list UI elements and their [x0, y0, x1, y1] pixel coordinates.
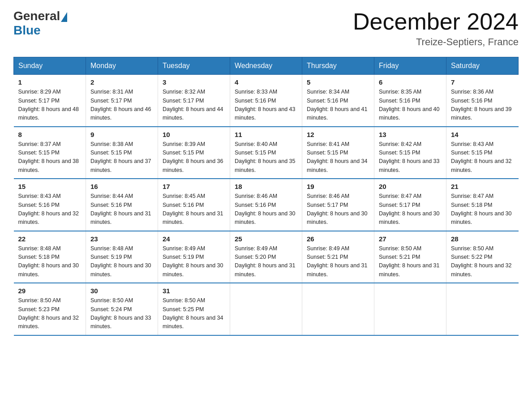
day-cell: 6Sunrise: 8:35 AMSunset: 5:16 PMDaylight…: [374, 75, 446, 127]
header-thursday: Thursday: [302, 57, 374, 75]
day-info: Sunrise: 8:43 AMSunset: 5:16 PMDaylight:…: [18, 192, 82, 227]
day-info: Sunrise: 8:32 AMSunset: 5:17 PMDaylight:…: [163, 88, 225, 123]
day-info: Sunrise: 8:42 AMSunset: 5:15 PMDaylight:…: [379, 140, 442, 175]
header-wednesday: Wednesday: [230, 57, 302, 75]
day-cell: 13Sunrise: 8:42 AMSunset: 5:15 PMDayligh…: [374, 127, 446, 179]
day-cell: 11Sunrise: 8:40 AMSunset: 5:15 PMDayligh…: [230, 127, 302, 179]
day-number: 24: [163, 235, 225, 243]
day-info: Sunrise: 8:47 AMSunset: 5:17 PMDaylight:…: [379, 192, 442, 227]
day-number: 5: [307, 78, 369, 86]
day-cell: 10Sunrise: 8:39 AMSunset: 5:15 PMDayligh…: [158, 127, 230, 179]
day-number: 28: [451, 235, 514, 243]
day-cell: 18Sunrise: 8:46 AMSunset: 5:16 PMDayligh…: [230, 179, 302, 231]
day-cell: 19Sunrise: 8:46 AMSunset: 5:17 PMDayligh…: [302, 179, 374, 231]
location-text: Treize-Septiers, France: [353, 36, 519, 48]
header-monday: Monday: [86, 57, 158, 75]
day-cell: 27Sunrise: 8:50 AMSunset: 5:21 PMDayligh…: [374, 231, 446, 283]
day-cell: 16Sunrise: 8:44 AMSunset: 5:16 PMDayligh…: [86, 179, 158, 231]
day-number: 2: [90, 78, 153, 86]
day-number: 21: [451, 183, 514, 190]
day-cell: 26Sunrise: 8:49 AMSunset: 5:21 PMDayligh…: [302, 231, 374, 283]
day-number: 14: [451, 131, 514, 138]
day-cell: [302, 283, 374, 335]
day-cell: 23Sunrise: 8:48 AMSunset: 5:19 PMDayligh…: [86, 231, 158, 283]
day-info: Sunrise: 8:35 AMSunset: 5:16 PMDaylight:…: [379, 88, 442, 123]
day-cell: 25Sunrise: 8:49 AMSunset: 5:20 PMDayligh…: [230, 231, 302, 283]
day-cell: [374, 283, 446, 335]
day-info: Sunrise: 8:38 AMSunset: 5:15 PMDaylight:…: [90, 140, 153, 175]
day-number: 4: [235, 78, 297, 86]
day-number: 3: [163, 78, 225, 86]
day-number: 29: [18, 287, 82, 295]
day-number: 10: [163, 131, 225, 138]
day-cell: 17Sunrise: 8:45 AMSunset: 5:16 PMDayligh…: [158, 179, 230, 231]
day-number: 7: [451, 78, 514, 86]
header-saturday: Saturday: [446, 57, 519, 75]
week-row-5: 29Sunrise: 8:50 AMSunset: 5:23 PMDayligh…: [14, 283, 519, 335]
day-info: Sunrise: 8:46 AMSunset: 5:17 PMDaylight:…: [307, 192, 369, 227]
day-info: Sunrise: 8:49 AMSunset: 5:20 PMDaylight:…: [235, 244, 297, 279]
day-cell: 7Sunrise: 8:36 AMSunset: 5:16 PMDaylight…: [446, 75, 519, 127]
day-number: 25: [235, 235, 297, 243]
logo-triangle-icon: [61, 12, 67, 22]
day-cell: [446, 283, 519, 335]
logo: General Blue: [13, 9, 68, 38]
day-info: Sunrise: 8:46 AMSunset: 5:16 PMDaylight:…: [235, 192, 297, 227]
day-cell: 15Sunrise: 8:43 AMSunset: 5:16 PMDayligh…: [14, 179, 86, 231]
day-info: Sunrise: 8:49 AMSunset: 5:19 PMDaylight:…: [163, 244, 225, 279]
header-tuesday: Tuesday: [158, 57, 230, 75]
week-row-4: 22Sunrise: 8:48 AMSunset: 5:18 PMDayligh…: [14, 231, 519, 283]
day-number: 17: [163, 183, 225, 190]
day-cell: 4Sunrise: 8:33 AMSunset: 5:16 PMDaylight…: [230, 75, 302, 127]
header-sunday: Sunday: [14, 57, 86, 75]
day-number: 22: [18, 235, 82, 243]
day-number: 6: [379, 78, 442, 86]
day-cell: 12Sunrise: 8:41 AMSunset: 5:15 PMDayligh…: [302, 127, 374, 179]
day-number: 26: [307, 235, 369, 243]
day-info: Sunrise: 8:44 AMSunset: 5:16 PMDaylight:…: [90, 192, 153, 227]
day-number: 27: [379, 235, 442, 243]
day-info: Sunrise: 8:45 AMSunset: 5:16 PMDaylight:…: [163, 192, 225, 227]
day-cell: 28Sunrise: 8:50 AMSunset: 5:22 PMDayligh…: [446, 231, 519, 283]
day-number: 30: [90, 287, 153, 295]
day-cell: 9Sunrise: 8:38 AMSunset: 5:15 PMDaylight…: [86, 127, 158, 179]
day-cell: 31Sunrise: 8:50 AMSunset: 5:25 PMDayligh…: [158, 283, 230, 335]
day-cell: 2Sunrise: 8:31 AMSunset: 5:17 PMDaylight…: [86, 75, 158, 127]
day-info: Sunrise: 8:36 AMSunset: 5:16 PMDaylight:…: [451, 88, 514, 123]
day-cell: 24Sunrise: 8:49 AMSunset: 5:19 PMDayligh…: [158, 231, 230, 283]
day-number: 8: [18, 131, 82, 138]
page-header: General Blue December 2024 Treize-Septie…: [13, 9, 519, 48]
month-title: December 2024: [353, 9, 519, 34]
day-number: 15: [18, 183, 82, 190]
day-info: Sunrise: 8:33 AMSunset: 5:16 PMDaylight:…: [235, 88, 297, 123]
day-cell: 1Sunrise: 8:29 AMSunset: 5:17 PMDaylight…: [14, 75, 86, 127]
day-cell: 21Sunrise: 8:47 AMSunset: 5:18 PMDayligh…: [446, 179, 519, 231]
day-cell: 5Sunrise: 8:34 AMSunset: 5:16 PMDaylight…: [302, 75, 374, 127]
week-row-2: 8Sunrise: 8:37 AMSunset: 5:15 PMDaylight…: [14, 127, 519, 179]
day-cell: 30Sunrise: 8:50 AMSunset: 5:24 PMDayligh…: [86, 283, 158, 335]
header-friday: Friday: [374, 57, 446, 75]
day-info: Sunrise: 8:43 AMSunset: 5:15 PMDaylight:…: [451, 140, 514, 175]
day-number: 16: [90, 183, 153, 190]
day-cell: [230, 283, 302, 335]
day-number: 11: [235, 131, 297, 138]
day-info: Sunrise: 8:31 AMSunset: 5:17 PMDaylight:…: [90, 88, 153, 123]
header-row: SundayMondayTuesdayWednesdayThursdayFrid…: [14, 57, 519, 75]
day-info: Sunrise: 8:41 AMSunset: 5:15 PMDaylight:…: [307, 140, 369, 175]
day-info: Sunrise: 8:39 AMSunset: 5:15 PMDaylight:…: [163, 140, 225, 175]
day-info: Sunrise: 8:34 AMSunset: 5:16 PMDaylight:…: [307, 88, 369, 123]
day-info: Sunrise: 8:50 AMSunset: 5:22 PMDaylight:…: [451, 244, 514, 279]
calendar-table: SundayMondayTuesdayWednesdayThursdayFrid…: [13, 57, 519, 336]
day-number: 31: [163, 287, 225, 295]
day-info: Sunrise: 8:50 AMSunset: 5:23 PMDaylight:…: [18, 296, 82, 331]
logo-general-text: General: [13, 9, 60, 23]
day-info: Sunrise: 8:47 AMSunset: 5:18 PMDaylight:…: [451, 192, 514, 227]
day-number: 9: [90, 131, 153, 138]
week-row-3: 15Sunrise: 8:43 AMSunset: 5:16 PMDayligh…: [14, 179, 519, 231]
day-cell: 14Sunrise: 8:43 AMSunset: 5:15 PMDayligh…: [446, 127, 519, 179]
day-cell: 3Sunrise: 8:32 AMSunset: 5:17 PMDaylight…: [158, 75, 230, 127]
week-row-1: 1Sunrise: 8:29 AMSunset: 5:17 PMDaylight…: [14, 75, 519, 127]
logo-blue-text: Blue: [13, 23, 41, 38]
day-info: Sunrise: 8:29 AMSunset: 5:17 PMDaylight:…: [18, 88, 82, 123]
day-info: Sunrise: 8:50 AMSunset: 5:24 PMDaylight:…: [90, 296, 153, 331]
